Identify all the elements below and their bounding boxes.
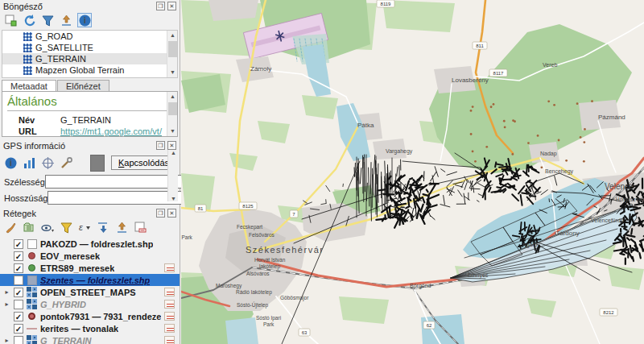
scroll-thumb[interactable] <box>168 102 177 115</box>
map-label: Horgász lakótelep <box>616 197 644 203</box>
gps-toolbar: i Kapcsolódás <box>0 151 180 173</box>
layer-symbol-rect-blue <box>27 275 37 285</box>
gps-info-icon[interactable]: i <box>5 155 17 170</box>
filter-legend-icon[interactable] <box>59 220 73 234</box>
expand-all-icon[interactable] <box>96 220 110 234</box>
scroll-thumb[interactable] <box>168 41 177 57</box>
left-dock: Böngésző ❐ ✕ i G_ROADG_SATELLITEG_TERRAI… <box>0 0 180 344</box>
layer-item-szentes[interactable]: Szentes — foldreszlet.shp <box>0 274 180 286</box>
add-group-icon[interactable] <box>22 220 36 234</box>
layer-visibility-checkbox[interactable]: ✓ <box>14 263 23 273</box>
refresh-icon[interactable] <box>22 13 36 27</box>
layer-symbol-tiles <box>27 335 37 344</box>
metadata-url-link[interactable]: https://mt1.google.com/vt/ <box>60 126 162 136</box>
map-label: Park <box>263 321 275 327</box>
layer-item-etrs89-meresek[interactable]: ✓ETRS89_meresek <box>0 262 180 274</box>
layer-item-eov-meresek[interactable]: ✓EOV_meresek <box>0 250 180 262</box>
xyz-tiles-icon <box>23 66 32 75</box>
map-label: Nadap <box>540 151 557 157</box>
gps-connection-status-swatch <box>90 155 105 172</box>
properties-info-icon[interactable]: i <box>77 13 92 27</box>
expander-icon[interactable]: ▸ <box>3 300 10 308</box>
tab-előnézet[interactable]: Előnézet <box>57 80 109 91</box>
scroll-down-icon[interactable]: ▼ <box>167 68 178 77</box>
layer-item-pakozd[interactable]: ✓PAKOZD — foldreszlet.shp <box>0 238 180 250</box>
layer-visibility-checkbox[interactable]: ✓ <box>14 251 23 261</box>
map-svg: ZámolyPátkaVargahegyLovasberényVerebPázm… <box>181 0 644 344</box>
layer-indicator-icon <box>164 312 175 321</box>
scroll-down-icon[interactable]: ▼ <box>167 126 178 136</box>
layer-visibility-checkbox[interactable] <box>14 276 23 285</box>
layer-visibility-checkbox[interactable]: ✓ <box>14 312 23 321</box>
browser-close-button[interactable]: ✕ <box>167 2 176 10</box>
gps-connect-button[interactable]: Kapcsolódás <box>111 155 176 170</box>
scroll-up-icon[interactable]: ▲ <box>167 31 178 40</box>
gps-signal-chart-icon[interactable] <box>23 155 35 170</box>
svg-text:8125: 8125 <box>242 204 254 209</box>
layer-styling-icon[interactable] <box>3 220 18 234</box>
layer-item-g-hybrid[interactable]: ▸G_HYBRID <box>0 298 180 310</box>
browser-scrollbar[interactable]: ▲ ▼ <box>167 31 177 77</box>
browser-item-mapzen-global-terrain[interactable]: Mapzen Global Terrain <box>2 64 177 76</box>
layer-symbol-tiles <box>27 299 37 309</box>
metadata-row: NévG_TERRAIN <box>2 114 177 126</box>
gps-panel-title-label: GPS információ <box>3 141 156 151</box>
gps-close-button[interactable]: ✕ <box>167 141 176 150</box>
svg-text:62: 62 <box>427 323 432 328</box>
layer-name: PAKOZD — foldreszlet.shp <box>40 239 153 249</box>
layer-indicator-icon <box>164 336 175 344</box>
layers-float-button[interactable]: ❐ <box>156 209 165 218</box>
layer-symbol-dot-maroon <box>27 251 37 261</box>
map-label: Gárdony <box>555 230 580 237</box>
layer-visibility-checkbox[interactable] <box>14 300 23 309</box>
map-label: Agárd <box>522 242 538 248</box>
xyz-tiles-icon <box>23 32 32 41</box>
layers-close-button[interactable]: ✕ <box>167 209 176 218</box>
gps-field-row: Hosszúság <box>0 189 180 205</box>
gps-connect-label: apcsolódás <box>124 158 169 168</box>
layer-visibility-checkbox[interactable]: ✓ <box>14 239 23 249</box>
scroll-up-icon[interactable]: ▲ <box>167 92 178 102</box>
filter-browser-icon[interactable] <box>40 13 55 27</box>
filter-expression-icon[interactable]: ε <box>77 220 92 234</box>
layer-visibility-checkbox[interactable]: ✓ <box>14 288 23 297</box>
layer-item-open-street-maps[interactable]: ▸✓OPEN_STREET_MAPS <box>0 286 180 298</box>
gps-tools-icon[interactable] <box>60 155 72 170</box>
gps-position-icon[interactable] <box>42 155 54 170</box>
browser-item-g-road[interactable]: G_ROAD <box>2 31 177 42</box>
map-label: Horvát István <box>254 257 286 263</box>
layers-panel-title-label: Rétegek <box>3 209 156 218</box>
map-label: Székesfehérvár <box>246 245 324 255</box>
map-label: Felsőváros <box>249 232 275 238</box>
layers-panel-title: Rétegek ❐ ✕ <box>0 207 180 218</box>
expander-icon[interactable]: ▸ <box>3 337 10 344</box>
browser-item-g-terrain[interactable]: G_TERRAIN <box>2 53 177 64</box>
map-canvas[interactable]: ZámolyPátkaVargahegyLovasberényVerebPázm… <box>181 0 644 344</box>
collapse-all-icon[interactable] <box>59 13 73 27</box>
gps-float-button[interactable]: ❐ <box>156 141 165 150</box>
road-shield: 8212 <box>600 309 617 316</box>
layer-item-pontok7931[interactable]: ✓pontok7931 — 7931_rendezett_pont <box>0 310 180 322</box>
layer-visibility-checkbox[interactable]: ✓ <box>14 324 23 334</box>
expander-icon[interactable]: ▸ <box>3 288 10 296</box>
map-label: Sóstó Ipari <box>256 315 281 321</box>
map-themes-icon[interactable] <box>40 220 55 234</box>
browser-float-button[interactable]: ❐ <box>156 2 165 10</box>
tab-metaadat[interactable]: Metaadat <box>2 80 56 91</box>
layer-symbol-dot-green <box>27 263 37 273</box>
map-label: Dinnyés <box>468 272 489 279</box>
metadata-scrollbar[interactable]: ▲ ▼ <box>167 92 177 136</box>
add-selected-layer-icon[interactable] <box>3 13 18 27</box>
remove-layer-icon[interactable] <box>133 220 147 234</box>
layer-item-kerites[interactable]: ✓kerites — tvonalak <box>0 322 180 334</box>
layer-indicator-icon <box>164 263 175 272</box>
road-shield: 63 <box>299 329 310 336</box>
layer-name: EOV_meresek <box>40 251 100 261</box>
layer-item-g-terrain[interactable]: ▸G_TERRAIN <box>0 334 180 344</box>
layer-visibility-checkbox[interactable] <box>14 336 23 344</box>
collapse-all-icon[interactable] <box>114 220 129 234</box>
gps-scrollbar[interactable]: ▲ ▼ <box>167 150 178 201</box>
svg-text:811: 811 <box>476 44 484 48</box>
browser-item-g-satellite[interactable]: G_SATELLITE <box>2 42 177 53</box>
metadata-heading: Általános <box>2 92 177 110</box>
